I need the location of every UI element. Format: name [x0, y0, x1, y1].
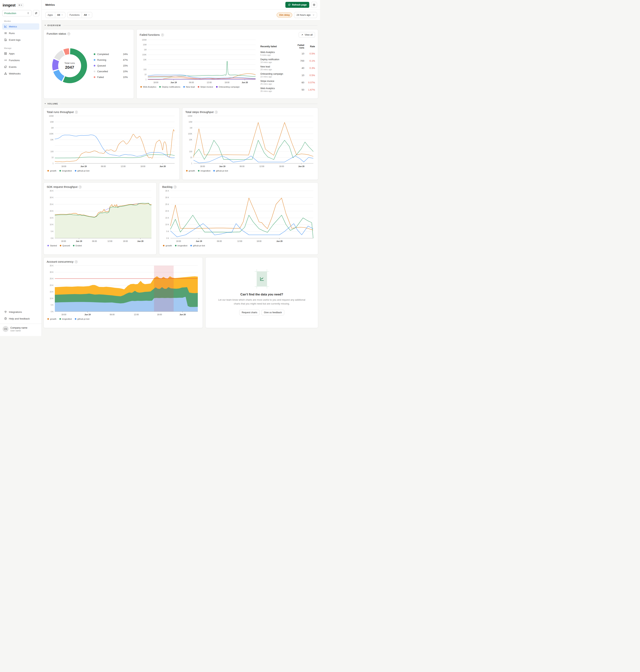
recently-failed-table: Recently failedFailed runsRateWeb Analyt…: [260, 38, 315, 97]
sidebar-item-event-logs[interactable]: Event logs: [2, 37, 39, 43]
function-name[interactable]: Web Analytics: [260, 87, 292, 90]
sidebar-item-runs[interactable]: Runs: [2, 30, 39, 36]
help-icon[interactable]: ?: [79, 186, 82, 188]
volume-section-header[interactable]: Volume: [44, 101, 317, 106]
legend-item-ended[interactable]: Ended: [73, 244, 82, 247]
view-all-button[interactable]: View all: [299, 32, 315, 38]
table-header: Recently failedFailed runsRate: [260, 44, 315, 49]
table-row[interactable]: Stripe invoice25 mins ago600.07%: [260, 80, 315, 85]
legend-item-queued[interactable]: Queued15%: [94, 64, 128, 68]
legend-item-running[interactable]: Running47%: [94, 58, 128, 62]
legend-item-growth[interactable]: growth: [47, 318, 57, 320]
main-area: Metrics Refresh page Apps All Functions: [42, 0, 320, 336]
metrics-page: inngest ⌘ K Production Monitor Metrics R…: [0, 0, 320, 336]
sidebar-item-apps[interactable]: Apps: [2, 51, 39, 57]
legend-item-inngestbot[interactable]: inngestbot: [59, 318, 72, 320]
legend-item-failed[interactable]: Failed10%: [94, 75, 128, 79]
failed-functions-chart[interactable]: 100M10M1M100K10K10010118:00Jun 1906:0012…: [140, 38, 258, 84]
legend-item-inngestbot[interactable]: inngestbot: [175, 244, 187, 247]
legend-item-growth[interactable]: growth: [47, 170, 57, 172]
time-range-select[interactable]: 24 hours ago: [294, 12, 317, 18]
sidebar-item-events[interactable]: Events: [2, 64, 39, 70]
function-name[interactable]: Stripe invoice: [260, 80, 292, 83]
card-title: Failed functions: [140, 33, 160, 37]
function-name[interactable]: Deploy notification: [260, 58, 292, 61]
legend-item-onboarding-campaign[interactable]: Onboarding campaign: [216, 86, 239, 88]
backlog-card: Backlog ? 35 K30 K25 K20 K15 K10 K5 K0 K…: [159, 183, 318, 255]
apps-filter[interactable]: Apps All: [45, 12, 66, 18]
failed-time: 22 mins ago: [260, 75, 292, 78]
functions-filter[interactable]: Functions All: [67, 12, 92, 18]
table-row[interactable]: Web Analytics5 mins ago100.5%: [260, 51, 315, 56]
function-name[interactable]: Onboarding campaign: [260, 73, 292, 75]
settings-button[interactable]: [311, 2, 317, 8]
legend-item-github-pr-bot[interactable]: github-pr-bot: [213, 170, 228, 172]
function-name[interactable]: New lead: [260, 66, 292, 68]
svg-text:10: 10: [144, 73, 147, 75]
legend-dot: [216, 86, 218, 88]
legend-dot: [94, 65, 96, 67]
request-charts-button[interactable]: Request charts: [239, 310, 260, 315]
legend-item-queued[interactable]: Queued: [60, 244, 70, 247]
svg-text:35 K: 35 K: [165, 190, 169, 192]
total-runs-chart[interactable]: 100M10M1M100K10K10010118:00Jun 1906:0012…: [47, 114, 176, 168]
legend-item-started[interactable]: Started: [47, 244, 57, 247]
help-icon[interactable]: ?: [75, 260, 77, 263]
legend-item-github-pr-bot[interactable]: github-pr-bot: [75, 170, 89, 172]
doc-search-icon: [4, 38, 7, 41]
total-steps-chart[interactable]: 100M10M1M100K10K10010118:00Jun 1906:0012…: [185, 114, 315, 168]
legend-item-deploy-notifications[interactable]: Deploy notifications: [159, 86, 180, 88]
help-icon[interactable]: ?: [174, 186, 176, 188]
legend-item-growth[interactable]: growth: [163, 244, 172, 247]
table-row[interactable]: New lead20 mins ago400.3%: [260, 66, 315, 71]
sidebar-item-metrics[interactable]: Metrics: [2, 23, 39, 30]
env-filter-button[interactable]: [33, 10, 39, 16]
svg-text:18:00: 18:00: [154, 81, 158, 84]
sidebar-item-integrations[interactable]: Integrations: [2, 309, 39, 315]
legend-dot: [75, 318, 76, 320]
account-concurrency-chart[interactable]: 35 K30 K25 K20 K15 K10 K5 K0 K18:00Jun 1…: [47, 264, 200, 316]
help-icon[interactable]: ?: [68, 32, 70, 35]
legend-item-github-pr-bot[interactable]: github-pr-bot: [190, 244, 205, 247]
give-feedback-button[interactable]: Give us feedback: [261, 310, 284, 315]
help-icon[interactable]: ?: [215, 111, 218, 114]
company-name: Company name: [10, 326, 27, 329]
sdk-request-chart[interactable]: 35 K30 K25 K20 K15 K10 K5 K0 K18:00Jun 1…: [47, 189, 153, 243]
svg-text:20 K: 20 K: [165, 210, 169, 212]
table-row[interactable]: Web Analytics35 mins ago501.67%: [260, 87, 315, 92]
legend-item-github-pr-bot[interactable]: github-pr-bot: [75, 318, 89, 320]
svg-text:30 K: 30 K: [49, 197, 54, 199]
account-profile[interactable]: CN Company name User name: [0, 324, 42, 334]
overview-section-header[interactable]: Overview: [44, 23, 317, 28]
legend-item-stripe-invoice[interactable]: Stripe invoice: [198, 86, 213, 88]
arrow-up-right-icon: [301, 34, 303, 36]
refresh-page-button[interactable]: Refresh page: [285, 2, 309, 8]
failure-rate: 0.3%: [304, 67, 315, 70]
environment-select[interactable]: Production: [2, 10, 31, 16]
legend-item-inngestbot[interactable]: inngestbot: [198, 170, 210, 172]
function-status-donut[interactable]: Total runs 2047: [52, 48, 87, 84]
legend-item-cancelled[interactable]: Cancelled10%: [94, 70, 128, 73]
legend-item-growth[interactable]: growth: [186, 170, 195, 172]
legend-value: 15%: [123, 64, 128, 67]
table-row[interactable]: Onboarding campaign22 mins ago100.5%: [260, 73, 315, 78]
nav-section-manage: Manage: [4, 47, 39, 49]
sliders-icon: [35, 12, 38, 15]
failed-time: 20 mins ago: [260, 68, 292, 71]
legend-item-web-analytics[interactable]: Web Analytics: [140, 86, 156, 88]
table-row[interactable]: Deploy notification10 mins ago7000.1%: [260, 58, 315, 63]
help-icon[interactable]: ?: [161, 33, 164, 36]
sidebar-item-webhooks[interactable]: Webhooks: [2, 70, 39, 77]
sidebar-item-help-and-feedback[interactable]: Help and feedback: [2, 315, 39, 322]
legend-item-completed[interactable]: Completed24%: [94, 52, 128, 56]
svg-text:1: 1: [145, 78, 146, 81]
command-k-shortcut[interactable]: ⌘ K: [17, 3, 24, 7]
backlog-chart[interactable]: 35 K30 K25 K20 K15 K10 K5 K0 K18:00Jun 1…: [162, 189, 315, 243]
legend-dot: [213, 170, 215, 172]
function-name[interactable]: Web Analytics: [260, 51, 292, 54]
legend-item-inngestbot[interactable]: inngestbot: [59, 170, 72, 172]
help-icon[interactable]: ?: [75, 111, 78, 114]
sidebar-item-functions[interactable]: Functions: [2, 57, 39, 63]
legend-item-new-lead[interactable]: New lead: [183, 86, 195, 88]
svg-text:10 K: 10 K: [49, 298, 54, 300]
